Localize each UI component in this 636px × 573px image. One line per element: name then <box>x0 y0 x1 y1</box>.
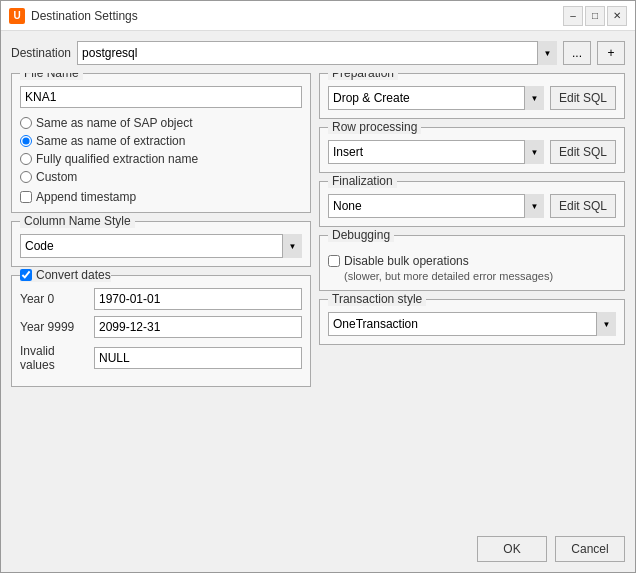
radio-sap-object-input[interactable] <box>20 117 32 129</box>
invalid-values-row: Invalid values <box>20 344 302 372</box>
app-icon: U <box>9 8 25 24</box>
debugging-title: Debugging <box>328 228 394 242</box>
preparation-row: Drop & Create Create Truncate None ▼ Edi… <box>328 86 616 110</box>
minimize-button[interactable]: – <box>563 6 583 26</box>
destination-select[interactable]: postgresql <box>77 41 557 65</box>
convert-dates-title: Convert dates <box>20 268 111 282</box>
year0-input[interactable] <box>94 288 302 310</box>
transaction-style-title: Transaction style <box>328 292 426 306</box>
debugging-note: (slower, but more detailed error message… <box>344 270 616 282</box>
destination-row: Destination postgresql ▼ ... + <box>11 41 625 65</box>
destination-label: Destination <box>11 46 71 60</box>
radio-extraction-name-label: Same as name of extraction <box>36 134 185 148</box>
append-timestamp-checkbox[interactable] <box>20 191 32 203</box>
preparation-title: Preparation <box>328 73 398 80</box>
year0-label: Year 0 <box>20 292 88 306</box>
row-processing-row: Insert Update Merge ▼ Edit SQL <box>328 140 616 164</box>
finalization-select-wrap: None Custom ▼ <box>328 194 544 218</box>
convert-dates-group: Convert dates Year 0 Year 9999 Invalid v… <box>11 275 311 387</box>
browse-button[interactable]: ... <box>563 41 591 65</box>
left-panel: File Name Same as name of SAP object Sam… <box>11 73 311 520</box>
finalization-group: Finalization None Custom ▼ Edit SQL <box>319 181 625 227</box>
title-bar: U Destination Settings – □ ✕ <box>1 1 635 31</box>
invalid-values-input[interactable] <box>94 347 302 369</box>
cancel-button[interactable]: Cancel <box>555 536 625 562</box>
convert-dates-label: Convert dates <box>36 268 111 282</box>
file-name-title: File Name <box>20 73 83 80</box>
disable-bulk-ops-label: Disable bulk operations <box>344 254 469 268</box>
add-button[interactable]: + <box>597 41 625 65</box>
radio-group: Same as name of SAP object Same as name … <box>20 116 302 184</box>
year9999-input[interactable] <box>94 316 302 338</box>
column-name-select[interactable]: Code Name Alias <box>20 234 302 258</box>
preparation-select-wrap: Drop & Create Create Truncate None ▼ <box>328 86 544 110</box>
finalization-row: None Custom ▼ Edit SQL <box>328 194 616 218</box>
year9999-row: Year 9999 <box>20 316 302 338</box>
footer: OK Cancel <box>1 530 635 572</box>
window-controls: – □ ✕ <box>563 6 627 26</box>
year9999-label: Year 9999 <box>20 320 88 334</box>
radio-custom-input[interactable] <box>20 171 32 183</box>
transaction-style-group: Transaction style OneTransaction RowByRo… <box>319 299 625 345</box>
radio-sap-object[interactable]: Same as name of SAP object <box>20 116 302 130</box>
main-panels: File Name Same as name of SAP object Sam… <box>11 73 625 520</box>
preparation-edit-sql-button[interactable]: Edit SQL <box>550 86 616 110</box>
transaction-select[interactable]: OneTransaction RowByRow <box>328 312 616 336</box>
column-name-style-title: Column Name Style <box>20 214 135 228</box>
disable-bulk-ops-item[interactable]: Disable bulk operations <box>328 254 616 268</box>
close-button[interactable]: ✕ <box>607 6 627 26</box>
destination-settings-window: U Destination Settings – □ ✕ Destination… <box>0 0 636 573</box>
debugging-group: Debugging Disable bulk operations (slowe… <box>319 235 625 291</box>
invalid-values-label: Invalid values <box>20 344 88 372</box>
window-title: Destination Settings <box>31 9 563 23</box>
column-name-select-wrap: Code Name Alias ▼ <box>20 234 302 258</box>
transaction-select-wrap: OneTransaction RowByRow ▼ <box>328 312 616 336</box>
convert-dates-checkbox[interactable] <box>20 269 32 281</box>
radio-sap-object-label: Same as name of SAP object <box>36 116 193 130</box>
convert-dates-checkbox-item[interactable]: Convert dates <box>20 268 111 282</box>
ok-button[interactable]: OK <box>477 536 547 562</box>
year0-row: Year 0 <box>20 288 302 310</box>
maximize-button[interactable]: □ <box>585 6 605 26</box>
radio-custom[interactable]: Custom <box>20 170 302 184</box>
column-name-style-group: Column Name Style Code Name Alias ▼ <box>11 221 311 267</box>
right-panel: Preparation Drop & Create Create Truncat… <box>319 73 625 520</box>
file-name-input[interactable] <box>20 86 302 108</box>
finalization-edit-sql-button[interactable]: Edit SQL <box>550 194 616 218</box>
file-name-group: File Name Same as name of SAP object Sam… <box>11 73 311 213</box>
preparation-group: Preparation Drop & Create Create Truncat… <box>319 73 625 119</box>
row-processing-title: Row processing <box>328 120 421 134</box>
main-content: Destination postgresql ▼ ... + File Name <box>1 31 635 530</box>
append-timestamp-label: Append timestamp <box>36 190 136 204</box>
disable-bulk-ops-checkbox[interactable] <box>328 255 340 267</box>
finalization-select[interactable]: None Custom <box>328 194 544 218</box>
radio-qualified-name-label: Fully qualified extraction name <box>36 152 198 166</box>
destination-select-wrap: postgresql ▼ <box>77 41 557 65</box>
row-processing-select-wrap: Insert Update Merge ▼ <box>328 140 544 164</box>
radio-qualified-name[interactable]: Fully qualified extraction name <box>20 152 302 166</box>
finalization-title: Finalization <box>328 174 397 188</box>
row-processing-select[interactable]: Insert Update Merge <box>328 140 544 164</box>
row-processing-edit-sql-button[interactable]: Edit SQL <box>550 140 616 164</box>
preparation-select[interactable]: Drop & Create Create Truncate None <box>328 86 544 110</box>
radio-extraction-name-input[interactable] <box>20 135 32 147</box>
append-timestamp-item[interactable]: Append timestamp <box>20 190 302 204</box>
radio-custom-label: Custom <box>36 170 77 184</box>
row-processing-group: Row processing Insert Update Merge ▼ Edi… <box>319 127 625 173</box>
radio-extraction-name[interactable]: Same as name of extraction <box>20 134 302 148</box>
radio-qualified-name-input[interactable] <box>20 153 32 165</box>
